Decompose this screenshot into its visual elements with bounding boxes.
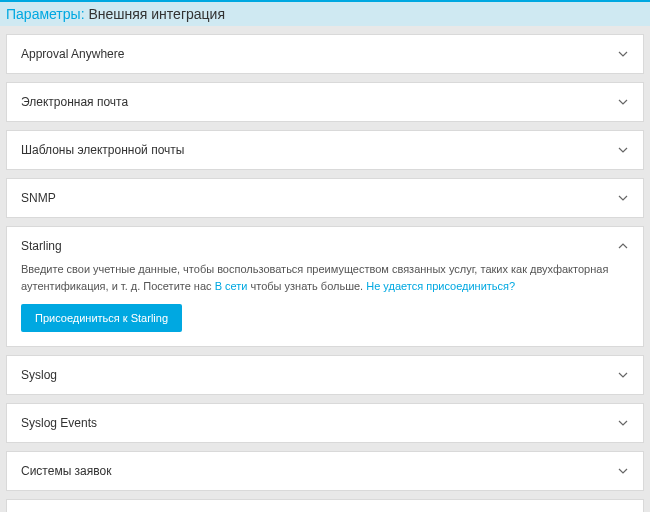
- panel-ticket-systems: Системы заявок: [6, 451, 644, 491]
- panel-title: Электронная почта: [21, 95, 128, 109]
- panel-snmp: SNMP: [6, 178, 644, 218]
- chevron-down-icon: [617, 417, 629, 429]
- panel-title: Starling: [21, 239, 62, 253]
- panel-header-ticket[interactable]: Системы заявок: [7, 452, 643, 490]
- chevron-up-icon: [617, 240, 629, 252]
- chevron-down-icon: [617, 96, 629, 108]
- panel-title: Syslog: [21, 368, 57, 382]
- panel-email-templates: Шаблоны электронной почты: [6, 130, 644, 170]
- panel-header-syslog[interactable]: Syslog: [7, 356, 643, 394]
- panel-title: Approval Anywhere: [21, 47, 124, 61]
- panel-header-email[interactable]: Электронная почта: [7, 83, 643, 121]
- panel-body-starling: Введите свои учетные данные, чтобы воспо…: [7, 261, 643, 346]
- starling-desc-2: чтобы узнать больше.: [247, 280, 366, 292]
- panel-header-trusted[interactable]: Trusted Servers, CORS and Redirects: [7, 500, 643, 512]
- chevron-down-icon: [617, 369, 629, 381]
- header-prefix: Параметры:: [6, 6, 85, 22]
- panel-email: Электронная почта: [6, 82, 644, 122]
- header-title: Внешняя интеграция: [88, 6, 225, 22]
- panel-title: Syslog Events: [21, 416, 97, 430]
- starling-link-cannot-join[interactable]: Не удается присоединиться?: [366, 280, 515, 292]
- panel-header-syslog-events[interactable]: Syslog Events: [7, 404, 643, 442]
- panel-syslog-events: Syslog Events: [6, 403, 644, 443]
- starling-link-online[interactable]: В сети: [215, 280, 248, 292]
- panel-title: Системы заявок: [21, 464, 111, 478]
- panel-approval-anywhere: Approval Anywhere: [6, 34, 644, 74]
- page-header: Параметры: Внешняя интеграция: [0, 0, 650, 26]
- chevron-down-icon: [617, 144, 629, 156]
- chevron-down-icon: [617, 192, 629, 204]
- panel-header-approval[interactable]: Approval Anywhere: [7, 35, 643, 73]
- chevron-down-icon: [617, 465, 629, 477]
- panel-header-templates[interactable]: Шаблоны электронной почты: [7, 131, 643, 169]
- panel-title: Шаблоны электронной почты: [21, 143, 184, 157]
- panel-starling: Starling Введите свои учетные данные, чт…: [6, 226, 644, 347]
- panel-syslog: Syslog: [6, 355, 644, 395]
- panel-title: SNMP: [21, 191, 56, 205]
- chevron-down-icon: [617, 48, 629, 60]
- panel-header-snmp[interactable]: SNMP: [7, 179, 643, 217]
- join-starling-button[interactable]: Присоединиться к Starling: [21, 304, 182, 332]
- panel-header-starling[interactable]: Starling: [7, 227, 643, 261]
- panel-trusted-servers: Trusted Servers, CORS and Redirects: [6, 499, 644, 512]
